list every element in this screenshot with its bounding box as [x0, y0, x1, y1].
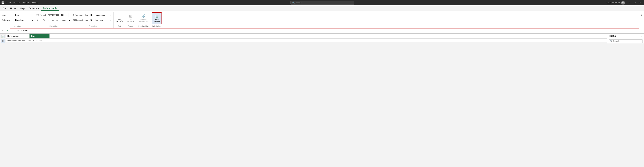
titlebar-right: Kesem Sharabi KS ─ ❐ ✕ [606, 1, 643, 5]
summarization-field: Σ Summarization Don't summarize Sum Aver… [73, 13, 112, 18]
main-content: RefreshInfo ▾ Time ▾ Dataset last refres… [6, 34, 607, 44]
table-header: RefreshInfo ▾ Time ▾ [6, 34, 607, 39]
col-refreshinfo-label: RefreshInfo [8, 35, 18, 37]
sort-by-column-button[interactable]: ↕ Sort bycolumn ▾ [114, 13, 124, 24]
save-icon[interactable]: 💾 [1, 1, 4, 4]
ribbon-collapse-button[interactable]: ∧ [640, 13, 643, 17]
formatting-fields: $% Format *14/03/2001 13:30:... $ ▾ % , … [36, 13, 71, 23]
right-panel-toggle-button[interactable]: » [641, 35, 642, 37]
sidebar-icon-bar-chart[interactable]: 📊 [1, 35, 5, 38]
groups-content: ⊞ Datagroups ▾ [126, 13, 135, 24]
dataset-label: Dataset last refreshed: [8, 39, 26, 41]
category-label: ⊞ Data category [73, 19, 88, 21]
sort-by-column-icon: ↕ [118, 14, 120, 19]
data-groups-label: Datagroups ▾ [128, 19, 134, 23]
col-refreshinfo-dropdown[interactable]: ▾ [19, 35, 21, 37]
formula-dropdown-button[interactable]: ∨ [640, 29, 643, 33]
fields-search-icon: 🔍 [610, 40, 612, 42]
name-label: Name [2, 14, 13, 16]
data-area: 📊 ⊞ ⬡ RefreshInfo ▾ Time ▾ Dataset last … [0, 34, 644, 44]
decimal-dec-button[interactable]: .0 [55, 19, 59, 22]
dataset-date: 27/11/2022 11:26:32 [26, 39, 44, 41]
titlebar-search-box[interactable]: 🔍 [290, 1, 354, 5]
column-header-refreshinfo[interactable]: RefreshInfo ▾ [6, 34, 30, 39]
percent-button[interactable]: % [42, 19, 46, 22]
fields-search-input[interactable] [613, 40, 641, 42]
col-time-dropdown[interactable]: ▾ [36, 35, 38, 37]
manage-relationships-icon: 🔗 [142, 14, 146, 18]
datatype-label: Data type [2, 19, 13, 21]
comma-button[interactable]: , [46, 19, 50, 22]
col-time-label: Time [31, 35, 36, 37]
ribbon-group-groups: ⊞ Datagroups ▾ Groups [125, 12, 136, 28]
menu-item-table-tools[interactable]: Table tools [26, 6, 41, 11]
sidebar-icon-table[interactable]: ⊞ [1, 40, 5, 43]
calculations-content: ⊞ Newcolumn [152, 13, 162, 24]
left-sidebar: 📊 ⊞ ⬡ [0, 34, 6, 44]
manage-relationships-label: Managerelationships [139, 19, 148, 22]
menubar: File Home Help Table tools Column tools [0, 5, 644, 12]
undo-icon[interactable]: ↩ [5, 1, 8, 4]
ribbon-group-structure: Name Data type Date/time Date Time Text … [1, 12, 35, 28]
ribbon-group-calculations: ⊞ Newcolumn Calculations [151, 12, 163, 28]
auto-select[interactable]: Auto $ % [61, 18, 71, 22]
menu-item-help[interactable]: Help [18, 6, 27, 11]
ribbon-group-sort: ↕ Sort bycolumn ▾ Sort [114, 12, 125, 28]
format-select[interactable]: *14/03/2001 13:30:... [46, 13, 68, 17]
right-panel: Fields » 🔍 ∨ ⊞ Query1 ⊞ RefreshInfo › ⊞ … [607, 34, 644, 44]
formula-cancel-icon[interactable]: ✕ [1, 29, 4, 33]
format-field: $% Format *14/03/2001 13:30:... [36, 13, 71, 18]
properties-content: Σ Summarization Don't summarize Sum Aver… [73, 13, 112, 24]
restore-button[interactable]: ❐ [632, 1, 637, 5]
properties-fields: Σ Summarization Don't summarize Sum Aver… [73, 13, 112, 23]
app-title: Untitled - Power BI Desktop [14, 2, 38, 4]
structure-content: Name Data type Date/time Date Time Text [2, 13, 34, 24]
structure-group-label: Structure [2, 25, 34, 28]
dataset-info: Dataset last refreshed: 27/11/2022 11:26… [6, 39, 607, 42]
ribbon-group-properties: Σ Summarization Don't summarize Sum Aver… [72, 12, 114, 28]
thousands-button[interactable]: .00 [51, 19, 54, 22]
menu-item-home[interactable]: Home [8, 6, 18, 11]
ribbon: Name Data type Date/time Date Time Text … [0, 12, 644, 28]
calculations-group-label: Calculations [152, 25, 162, 28]
window-controls: ─ ❐ ✕ [627, 1, 643, 5]
datatype-field: Data type Date/time Date Time Text [2, 18, 34, 23]
summarization-label: Σ Summarization [73, 14, 88, 16]
summarization-select[interactable]: Don't summarize Sum Average Min Max [89, 13, 112, 17]
fields-search-box[interactable]: 🔍 [608, 40, 643, 43]
ribbon-collapse-area: ∧ [639, 12, 643, 28]
minimize-button[interactable]: ─ [627, 1, 632, 5]
groups-group-label: Groups [126, 25, 135, 28]
titlebar-icons: 💾 ↩ ↪ [1, 1, 12, 4]
dollar-button[interactable]: $ [36, 19, 40, 22]
datatype-select[interactable]: Date/time Date Time Text [14, 18, 34, 22]
currency-field: $ ▾ % , .00 .0 Auto $ % [36, 18, 71, 23]
sort-by-column-label: Sort bycolumn ▾ [116, 19, 122, 23]
formula-bar: ✕ ✓ 1 Time = NOW() ∨ [0, 28, 644, 34]
user-name: Kesem Sharabi [606, 2, 620, 4]
menu-item-column-tools[interactable]: Column tools [41, 6, 59, 11]
name-input[interactable] [14, 13, 34, 17]
user-avatar: KS [621, 1, 625, 5]
column-header-time[interactable]: Time ▾ [30, 34, 50, 39]
data-groups-button[interactable]: ⊞ Datagroups ▾ [126, 13, 135, 24]
fields-title: Fields [609, 35, 616, 37]
redo-icon[interactable]: ↪ [9, 1, 12, 4]
category-select[interactable]: Uncategorized Address City [89, 18, 112, 22]
ribbon-group-formatting: $% Format *14/03/2001 13:30:... $ ▾ % , … [35, 12, 72, 28]
sort-group-label: Sort [114, 25, 124, 28]
relationships-content: 🔗 Managerelationships [137, 13, 150, 24]
formula-text: 1 Time = NOW() [12, 29, 30, 32]
formula-input[interactable]: 1 Time = NOW() [10, 29, 639, 33]
close-button[interactable]: ✕ [638, 1, 643, 5]
manage-relationships-button[interactable]: 🔗 Managerelationships [137, 13, 150, 24]
user-info: Kesem Sharabi KS [606, 1, 625, 5]
titlebar-search-input[interactable] [296, 2, 352, 4]
new-column-button[interactable]: ⊞ Newcolumn [152, 13, 162, 24]
menu-item-file[interactable]: File [1, 6, 8, 11]
formula-confirm-icon[interactable]: ✓ [6, 29, 9, 32]
category-field: ⊞ Data category Uncategorized Address Ci… [73, 18, 112, 23]
relationships-group-label: Relationships [137, 25, 150, 28]
sort-content: ↕ Sort bycolumn ▾ [114, 13, 124, 24]
data-groups-icon: ⊞ [129, 14, 132, 19]
